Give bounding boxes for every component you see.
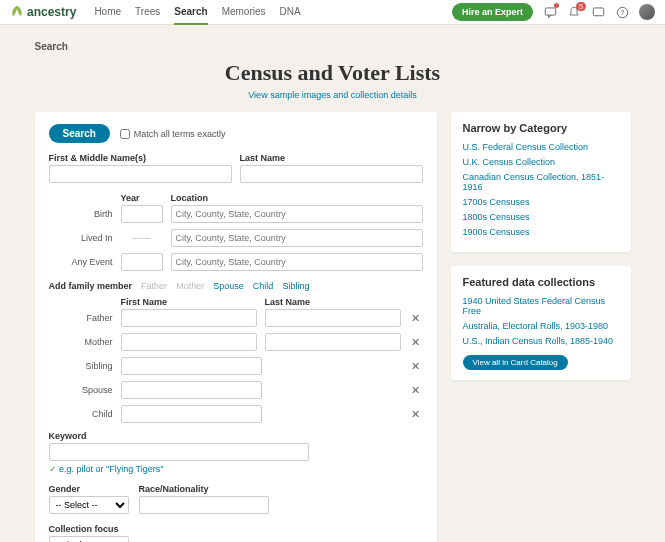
keyword-input[interactable] [49,443,309,461]
last-name-label: Last Name [240,153,423,163]
topbar-right: Hire an Expert 5 ? [452,3,655,21]
narrow-link[interactable]: 1700s Censuses [463,197,619,207]
child-row-label: Child [49,409,113,419]
any-event-label: Any Event [49,257,113,267]
svg-text:?: ? [620,9,624,16]
father-last-input[interactable] [265,309,401,327]
avatar[interactable] [639,4,655,20]
card-catalog-button[interactable]: View all in Card Catalog [463,355,568,370]
match-exact-input[interactable] [120,129,130,139]
featured-link[interactable]: 1940 United States Federal Census Free [463,296,619,316]
featured-title: Featured data collections [463,276,619,288]
birth-year-input[interactable] [121,205,163,223]
first-name-label: First & Middle Name(s) [49,153,232,163]
spouse-row-label: Spouse [49,385,113,395]
top-nav-bar: ancestry Home Trees Search Memories DNA … [0,0,665,25]
featured-link[interactable]: Australia, Electoral Rolls, 1903-1980 [463,321,619,331]
gender-select[interactable]: -- Select -- [49,496,129,514]
add-mother-link: Mother [176,281,204,291]
remove-child-button[interactable]: ✕ [409,408,423,421]
father-first-input[interactable] [121,309,257,327]
last-name-input[interactable] [240,165,423,183]
mother-row-label: Mother [49,337,113,347]
remove-sibling-button[interactable]: ✕ [409,360,423,373]
add-sibling-link[interactable]: Sibling [282,281,309,291]
sample-link[interactable]: View sample images and collection detail… [35,90,631,100]
lived-in-year-placeholder: —— [121,233,163,243]
page-title: Census and Voter Lists [35,60,631,86]
nav-memories[interactable]: Memories [222,0,266,25]
add-child-link[interactable]: Child [253,281,274,291]
bell-icon[interactable]: 5 [567,5,581,19]
featured-link[interactable]: U.S., Indian Census Rolls, 1885-1940 [463,336,619,346]
spouse-first-input[interactable] [121,381,262,399]
year-header: Year [121,193,171,203]
add-spouse-link[interactable]: Spouse [213,281,244,291]
narrow-link[interactable]: U.K. Census Collection [463,157,619,167]
sibling-first-input[interactable] [121,357,262,375]
race-input[interactable] [139,496,269,514]
nav-search[interactable]: Search [174,0,207,25]
any-event-location-input[interactable] [171,253,423,271]
gender-label: Gender [49,484,129,494]
lived-in-location-input[interactable] [171,229,423,247]
add-family-label: Add family member [49,281,133,291]
search-button-top[interactable]: Search [49,124,110,143]
breadcrumb: Search [35,41,631,52]
sibling-row-label: Sibling [49,361,113,371]
chat-icon[interactable] [543,5,557,19]
notification-dot [554,3,559,8]
remove-mother-button[interactable]: ✕ [409,336,423,349]
svg-rect-1 [593,7,603,15]
nav-trees[interactable]: Trees [135,0,160,25]
help-icon[interactable]: ? [615,5,629,19]
birth-location-input[interactable] [171,205,423,223]
family-last-name-header: Last Name [265,297,409,307]
collection-focus-label: Collection focus [49,524,423,534]
mother-last-input[interactable] [265,333,401,351]
lived-in-label: Lived In [49,233,113,243]
featured-collections-box: Featured data collections 1940 United St… [451,266,631,380]
collection-focus-select[interactable]: United States [49,536,129,542]
svg-rect-0 [545,7,555,14]
brand-name: ancestry [27,5,76,19]
nav-dna[interactable]: DNA [280,0,301,25]
birth-label: Birth [49,209,113,219]
main-nav: Home Trees Search Memories DNA [94,0,300,25]
leaf-icon [10,5,24,19]
narrow-link[interactable]: U.S. Federal Census Collection [463,142,619,152]
nav-home[interactable]: Home [94,0,121,25]
search-form: Search Match all terms exactly First & M… [35,112,437,542]
first-name-input[interactable] [49,165,232,183]
keyword-label: Keyword [49,431,423,441]
father-row-label: Father [49,313,113,323]
match-exact-checkbox[interactable]: Match all terms exactly [120,129,226,139]
add-father-link: Father [141,281,167,291]
narrow-link[interactable]: 1900s Censuses [463,227,619,237]
narrow-link[interactable]: Canadian Census Collection, 1851-1916 [463,172,619,192]
hire-expert-button[interactable]: Hire an Expert [452,3,533,21]
brand-logo[interactable]: ancestry [10,5,76,19]
keyword-tip[interactable]: e.g. pilot or "Flying Tigers" [49,464,423,474]
any-event-year-input[interactable] [121,253,163,271]
family-first-name-header: First Name [121,297,265,307]
child-first-input[interactable] [121,405,262,423]
narrow-by-category-box: Narrow by Category U.S. Federal Census C… [451,112,631,252]
match-exact-label: Match all terms exactly [134,129,226,139]
mother-first-input[interactable] [121,333,257,351]
messages-icon[interactable] [591,5,605,19]
narrow-link[interactable]: 1800s Censuses [463,212,619,222]
narrow-title: Narrow by Category [463,122,619,134]
location-header: Location [171,193,209,203]
remove-spouse-button[interactable]: ✕ [409,384,423,397]
remove-father-button[interactable]: ✕ [409,312,423,325]
notification-badge: 5 [576,2,586,11]
race-label: Race/Nationality [139,484,269,494]
